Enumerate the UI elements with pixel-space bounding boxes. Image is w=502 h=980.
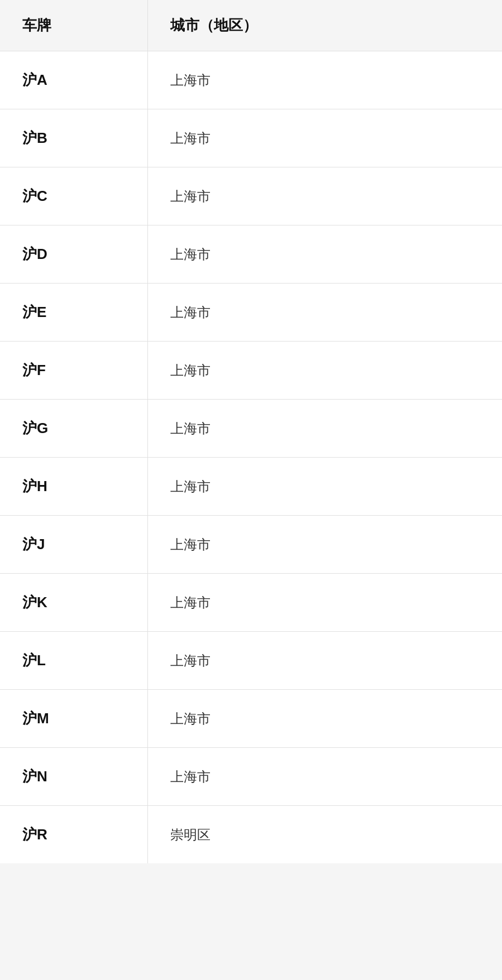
table-row: 沪M上海市 bbox=[0, 690, 502, 748]
table-row: 沪L上海市 bbox=[0, 632, 502, 690]
table-row: 沪K上海市 bbox=[0, 574, 502, 632]
table-row: 沪A上海市 bbox=[0, 51, 502, 109]
cell-plate: 沪K bbox=[0, 574, 148, 631]
cell-plate: 沪B bbox=[0, 109, 148, 167]
cell-city: 上海市 bbox=[148, 574, 502, 631]
cell-plate: 沪L bbox=[0, 632, 148, 689]
table-row: 沪D上海市 bbox=[0, 225, 502, 284]
cell-city: 上海市 bbox=[148, 516, 502, 573]
cell-plate: 沪G bbox=[0, 400, 148, 457]
cell-city: 上海市 bbox=[148, 109, 502, 167]
cell-city: 上海市 bbox=[148, 225, 502, 283]
table-row: 沪G上海市 bbox=[0, 400, 502, 458]
cell-city: 上海市 bbox=[148, 342, 502, 399]
cell-plate: 沪E bbox=[0, 284, 148, 341]
table-row: 沪H上海市 bbox=[0, 458, 502, 516]
cell-plate: 沪A bbox=[0, 51, 148, 109]
table-row: 沪B上海市 bbox=[0, 109, 502, 167]
cell-city: 上海市 bbox=[148, 458, 502, 515]
cell-plate: 沪J bbox=[0, 516, 148, 573]
table-header: 车牌 城市（地区） bbox=[0, 0, 502, 51]
cell-plate: 沪D bbox=[0, 225, 148, 283]
table-row: 沪E上海市 bbox=[0, 284, 502, 342]
header-city: 城市（地区） bbox=[148, 0, 502, 51]
table-row: 沪C上海市 bbox=[0, 167, 502, 225]
cell-city: 崇明区 bbox=[148, 806, 502, 863]
cell-city: 上海市 bbox=[148, 167, 502, 225]
table-row: 沪F上海市 bbox=[0, 342, 502, 400]
cell-plate: 沪F bbox=[0, 342, 148, 399]
table-row: 沪J上海市 bbox=[0, 516, 502, 574]
license-plate-table: 车牌 城市（地区） 沪A上海市沪B上海市沪C上海市沪D上海市沪E上海市沪F上海市… bbox=[0, 0, 502, 863]
cell-city: 上海市 bbox=[148, 690, 502, 747]
cell-plate: 沪M bbox=[0, 690, 148, 747]
cell-city: 上海市 bbox=[148, 51, 502, 109]
header-plate: 车牌 bbox=[0, 0, 148, 51]
cell-plate: 沪N bbox=[0, 748, 148, 805]
cell-city: 上海市 bbox=[148, 748, 502, 805]
table-row: 沪R崇明区 bbox=[0, 806, 502, 863]
table-body: 沪A上海市沪B上海市沪C上海市沪D上海市沪E上海市沪F上海市沪G上海市沪H上海市… bbox=[0, 51, 502, 863]
cell-plate: 沪R bbox=[0, 806, 148, 863]
cell-city: 上海市 bbox=[148, 284, 502, 341]
table-row: 沪N上海市 bbox=[0, 748, 502, 806]
cell-city: 上海市 bbox=[148, 400, 502, 457]
cell-city: 上海市 bbox=[148, 632, 502, 689]
cell-plate: 沪H bbox=[0, 458, 148, 515]
cell-plate: 沪C bbox=[0, 167, 148, 225]
